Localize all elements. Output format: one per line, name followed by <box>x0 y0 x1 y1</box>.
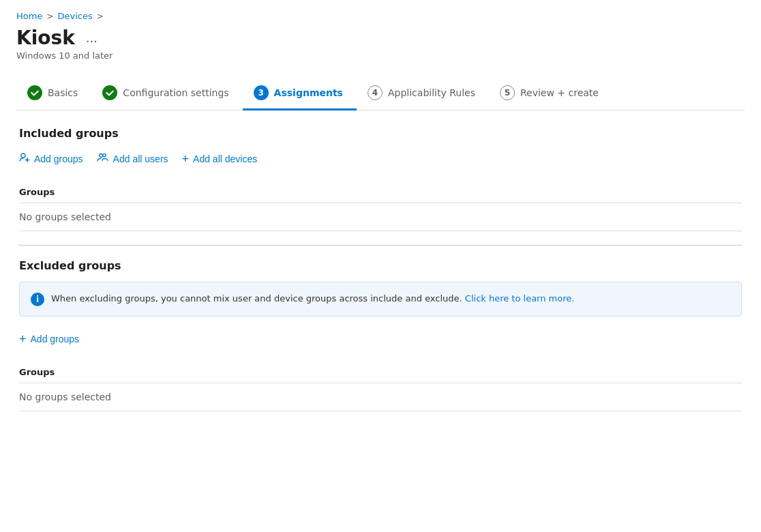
excluded-groups-col-header: Groups <box>19 361 742 383</box>
more-options-button[interactable]: ... <box>82 29 102 46</box>
tab-assignments[interactable]: 3 Assignments <box>243 77 357 110</box>
tab-review[interactable]: 5 Review + create <box>489 77 612 110</box>
add-groups-excluded-button[interactable]: + Add groups <box>19 330 79 348</box>
add-all-users-label: Add all users <box>113 153 168 164</box>
section-divider <box>19 245 742 246</box>
add-all-users-button[interactable]: Add all users <box>97 149 168 168</box>
step-icon-basics <box>27 85 42 100</box>
table-row: No groups selected <box>19 383 742 411</box>
info-message: When excluding groups, you cannot mix us… <box>51 293 462 304</box>
excluded-groups-empty: No groups selected <box>19 383 742 411</box>
add-groups-excluded-label: Add groups <box>31 334 80 344</box>
excluded-groups-info-box: i When excluding groups, you cannot mix … <box>19 282 742 316</box>
add-all-devices-button[interactable]: + Add all devices <box>182 150 258 168</box>
included-groups-title: Included groups <box>19 127 742 140</box>
excluded-groups-section: Excluded groups i When excluding groups,… <box>19 259 742 411</box>
included-groups-actions: Add groups Add all users + Add all devic… <box>19 149 742 168</box>
add-groups-included-icon <box>19 152 30 165</box>
add-all-users-icon <box>97 152 109 165</box>
info-text: When excluding groups, you cannot mix us… <box>51 292 574 306</box>
add-groups-excluded-icon: + <box>19 333 27 345</box>
included-groups-col-header: Groups <box>19 181 742 203</box>
excluded-groups-actions: + Add groups <box>19 330 742 348</box>
included-groups-section: Included groups Add groups <box>19 127 742 231</box>
add-all-devices-label: Add all devices <box>193 153 257 164</box>
breadcrumb-home[interactable]: Home <box>16 11 42 21</box>
svg-point-1 <box>99 154 102 158</box>
tab-config[interactable]: Configuration settings <box>91 77 242 110</box>
svg-point-0 <box>21 153 25 158</box>
page-title: Kiosk <box>16 27 75 49</box>
breadcrumb: Home > Devices > <box>16 11 745 21</box>
step-icon-assignments: 3 <box>254 85 269 100</box>
tab-applicability[interactable]: 4 Applicability Rules <box>357 77 489 110</box>
tab-applicability-label: Applicability Rules <box>388 87 475 98</box>
main-content: Included groups Add groups <box>16 127 745 411</box>
wizard-tabs: Basics Configuration settings 3 Assignme… <box>16 77 745 110</box>
svg-point-2 <box>102 153 105 156</box>
tab-config-label: Configuration settings <box>123 87 228 98</box>
breadcrumb-sep2: > <box>97 12 104 21</box>
included-groups-table: Groups No groups selected <box>19 181 742 231</box>
page-subtitle: Windows 10 and later <box>16 50 745 61</box>
info-link[interactable]: Click here to learn more. <box>465 293 575 304</box>
tab-assignments-label: Assignments <box>274 87 343 98</box>
tab-basics[interactable]: Basics <box>16 77 91 110</box>
excluded-groups-title: Excluded groups <box>19 259 742 272</box>
add-groups-included-button[interactable]: Add groups <box>19 149 83 168</box>
breadcrumb-sep1: > <box>46 12 53 21</box>
step-icon-review: 5 <box>500 85 515 100</box>
page-header: Kiosk ... Windows 10 and later <box>16 27 745 61</box>
info-icon: i <box>31 293 44 306</box>
included-groups-empty: No groups selected <box>19 203 742 231</box>
breadcrumb-devices[interactable]: Devices <box>57 11 92 21</box>
table-row: No groups selected <box>19 203 742 231</box>
tab-basics-label: Basics <box>48 87 78 98</box>
step-icon-config <box>102 85 117 100</box>
add-all-devices-icon: + <box>182 153 190 165</box>
excluded-groups-table: Groups No groups selected <box>19 361 742 411</box>
add-groups-included-label: Add groups <box>34 153 83 164</box>
tab-review-label: Review + create <box>520 87 599 98</box>
step-icon-applicability: 4 <box>368 85 383 100</box>
